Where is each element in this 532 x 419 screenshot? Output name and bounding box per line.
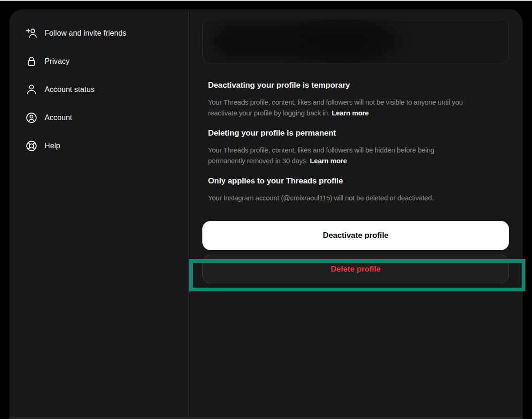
- section-heading: Deleting your profile is permanent: [208, 128, 518, 138]
- learn-more-link[interactable]: Learn more: [332, 109, 369, 117]
- section-body: Your Threads profile, content, likes and…: [208, 145, 518, 166]
- section-heading: Only applies to your Threads profile: [208, 176, 518, 186]
- sidebar-item-label: Account: [45, 114, 72, 122]
- settings-content: Deactivating your profile is temporary Y…: [202, 9, 509, 419]
- delete-profile-button[interactable]: Delete profile: [202, 255, 509, 283]
- section-body-text: Your Instagram account (@croixraoul115) …: [208, 194, 434, 202]
- sidebar-item-label: Help: [45, 142, 60, 150]
- sidebar-item-label: Follow and invite friends: [45, 29, 126, 38]
- sidebar-item-help[interactable]: Help: [25, 132, 176, 160]
- section-heading: Deactivating your profile is temporary: [208, 80, 518, 91]
- bottom-edge-strip: [9, 417, 523, 419]
- section-deactivating-temporary: Deactivating your profile is temporary Y…: [208, 80, 518, 118]
- sidebar-item-account[interactable]: Account: [25, 104, 176, 132]
- sidebar-item-label: Privacy: [45, 57, 69, 66]
- learn-more-link[interactable]: Learn more: [310, 157, 347, 165]
- sidebar-item-privacy[interactable]: Privacy: [25, 47, 176, 76]
- redacted-blur: [287, 20, 400, 62]
- help-buoy-icon: [25, 140, 38, 152]
- lock-icon: [25, 55, 38, 68]
- add-person-icon: [25, 27, 38, 39]
- person-circle-icon: [25, 112, 38, 124]
- sidebar-item-follow-and-invite-friends[interactable]: Follow and invite friends: [25, 19, 176, 47]
- section-body: Your Instagram account (@croixraoul115) …: [208, 192, 518, 203]
- sidebar-divider: [188, 9, 189, 419]
- section-only-threads-profile: Only applies to your Threads profile You…: [208, 176, 518, 203]
- settings-sidebar: Follow and invite friends Privacy Accoun…: [9, 9, 188, 419]
- top-edge-line: [0, 0, 532, 1]
- person-icon: [25, 84, 38, 96]
- deactivate-profile-button[interactable]: Deactivate profile: [202, 221, 509, 250]
- settings-panel: Follow and invite friends Privacy Accoun…: [9, 9, 523, 419]
- section-body: Your Threads profile, content, likes and…: [208, 97, 518, 118]
- section-deleting-permanent: Deleting your profile is permanent Your …: [208, 128, 518, 166]
- sidebar-item-label: Account status: [45, 85, 94, 94]
- redacted-header-box: [202, 19, 509, 63]
- sidebar-item-account-status[interactable]: Account status: [25, 76, 176, 104]
